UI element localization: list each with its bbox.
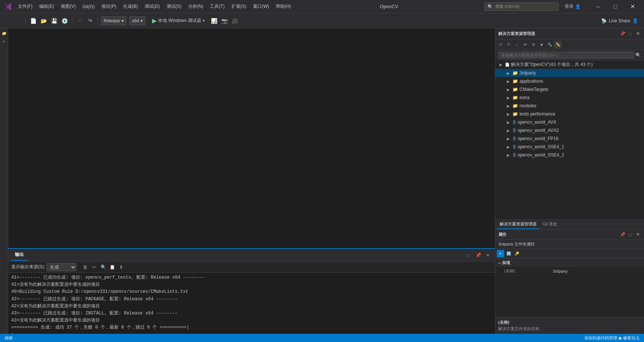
tree-item-fp16[interactable]: ▶ 🗄 opencv_world_FP16	[495, 134, 644, 143]
tree-item-cmaketargets[interactable]: ▶ 📁 CMakeTargets	[495, 85, 644, 94]
panel-float-button[interactable]: □	[464, 251, 473, 259]
se-tab-solution[interactable]: 解决方案资源管理器	[497, 220, 540, 229]
user-area[interactable]: 登录 👤	[562, 3, 584, 10]
extra-label: extra	[520, 95, 530, 100]
props-sort-button[interactable]: 🔠	[505, 250, 512, 257]
applications-label: applications	[520, 79, 543, 84]
minimize-button[interactable]: –	[590, 0, 607, 13]
se-switch-button[interactable]: ⇄	[521, 41, 529, 48]
props-category-button[interactable]: ≡	[497, 250, 504, 257]
folder-icon-tests: 📁	[512, 111, 518, 117]
restore-button[interactable]: □	[607, 0, 624, 13]
main-layout: 📁 ≡ 输出 □ 📌 ✕ 显示输出来源(S): 生成	[0, 28, 644, 334]
search-box[interactable]: 🔍 搜索 (Ctrl+Q)	[484, 2, 559, 11]
output-wrap-button[interactable]: ↩	[91, 263, 98, 271]
se-forward-button[interactable]: ↻	[505, 41, 512, 48]
menu-debug[interactable]: 调试(D)	[142, 2, 163, 11]
output-scroll-bottom-button[interactable]: ⬇	[117, 263, 125, 271]
se-float-button[interactable]: □	[627, 31, 634, 37]
screenshot-button[interactable]: 📷	[220, 16, 229, 25]
liveshare-person-icon: 👤	[632, 18, 638, 23]
tree-item-extra[interactable]: ▶ 📁 extra	[495, 94, 644, 102]
output-source-dropdown[interactable]: 生成	[47, 263, 76, 271]
menu-extensions[interactable]: 扩展(X)	[228, 2, 249, 11]
sidebar-icon-1[interactable]: 📁	[1, 30, 7, 37]
camera-button[interactable]: 🎥	[231, 16, 240, 25]
3rdparty-expand-icon: ▶	[506, 70, 511, 76]
proj-icon-avx2: 🗄	[512, 129, 516, 133]
liveshare-button[interactable]: 📡 Live Share 👤	[598, 17, 641, 25]
sidebar-icon-2[interactable]: ≡	[1, 38, 7, 45]
tree-item-modules[interactable]: ▶ 📁 modules	[495, 102, 644, 110]
back-button[interactable]: ←	[3, 16, 12, 25]
se-settings3-button[interactable]: 🔧	[546, 41, 553, 48]
output-copy-button[interactable]: 📋	[108, 263, 116, 271]
redo-button[interactable]: ↷	[86, 16, 95, 25]
props-section-misc[interactable]: − 杂项	[495, 259, 644, 267]
output-tab[interactable]: 输出	[11, 249, 28, 261]
tree-item-sse41[interactable]: ▶ 🗄 opencv_world_SSE4_1	[495, 143, 644, 151]
folder-icon-applications: 📁	[512, 79, 518, 84]
status-ready[interactable]: 就绪	[3, 334, 14, 342]
output-clear-button[interactable]: 🗑	[82, 263, 89, 271]
props-content: − 杂项 (名称) 3rdparty	[495, 259, 644, 317]
close-button[interactable]: ✕	[624, 0, 641, 13]
tree-item-avx[interactable]: ▶ 🗄 opencv_world_AVX	[495, 118, 644, 126]
menu-build[interactable]: 生成(B)	[120, 2, 141, 11]
menu-view[interactable]: 视图(V)	[58, 2, 79, 11]
panel-pin-button[interactable]: 📌	[474, 251, 482, 259]
open-button[interactable]: 📂	[39, 16, 48, 25]
window-title: OpenCV	[294, 4, 484, 9]
menu-tools[interactable]: 工具(T)	[207, 2, 227, 11]
props-pin-button[interactable]: 📌	[619, 231, 626, 238]
properties-panel: 属性 📌 □ ✕ 3rdparty 文件夹属性 ≡ 🔠 🔑 − 杂项	[495, 229, 644, 334]
menu-analyze[interactable]: 分析(N)	[185, 2, 206, 11]
menu-window[interactable]: 窗口(W)	[250, 2, 272, 11]
menu-help[interactable]: 帮助(H)	[273, 2, 294, 11]
panel-close-button[interactable]: ✕	[484, 251, 492, 259]
menu-project[interactable]: 项目(P)	[98, 2, 119, 11]
solution-root-item[interactable]: ▶ 📄 解决方案"OpenCV"(43 个项目，共 43 个)	[495, 60, 644, 69]
platform-dropdown[interactable]: x64 ▾	[129, 16, 145, 25]
se-back-button[interactable]: ↺	[497, 41, 504, 48]
performance-profiler-button[interactable]: 📊	[210, 16, 219, 25]
start-debug-button[interactable]: ▶ 本地 Windows 调试器 ▾	[150, 16, 206, 25]
se-tab-git[interactable]: Git 更改	[540, 220, 560, 229]
se-header: 解决方案资源管理器 📌 □ ✕	[495, 28, 644, 39]
props-close-button[interactable]: ✕	[634, 231, 641, 238]
forward-button[interactable]: →	[13, 16, 22, 25]
sse41-expand-icon: ▶	[506, 144, 511, 149]
menu-test[interactable]: 测试(S)	[164, 2, 184, 11]
output-content[interactable]: 41>-------- 已成功生成: 项目: opencv_perf_tests…	[8, 273, 495, 334]
se-pin-button[interactable]: 📌	[619, 31, 626, 37]
se-home-button[interactable]: ⌂	[513, 41, 521, 48]
props-key-button[interactable]: 🔑	[513, 250, 521, 257]
se-toolbar: ↺ ↻ ⌂ ⇄ ⚙ ■ 🔧 📏	[495, 39, 644, 50]
tree-item-applications[interactable]: ▶ 📁 applications	[495, 77, 644, 85]
se-search-input[interactable]	[498, 52, 634, 58]
props-float-button[interactable]: □	[627, 231, 634, 238]
tree-item-avx2[interactable]: ▶ 🗄 opencv_world_AVX2	[495, 126, 644, 134]
new-file-button[interactable]: 📄	[29, 16, 38, 25]
configuration-dropdown[interactable]: Release ▾	[101, 16, 126, 25]
window-controls: – □ ✕	[590, 0, 641, 13]
proj-icon-sse41: 🗄	[512, 145, 516, 149]
status-source-control[interactable]: 添加到源代码管理 ◉ 极客兒儿	[583, 334, 641, 342]
menu-git[interactable]: Git(G)	[79, 3, 98, 11]
menu-edit[interactable]: 编辑(E)	[36, 2, 57, 11]
se-settings2-button[interactable]: ■	[538, 41, 545, 48]
status-bar: 就绪 添加到源代码管理 ◉ 极客兒儿	[0, 334, 644, 342]
tree-item-tests-performance[interactable]: ▶ 📁 tests performance	[495, 110, 644, 118]
se-close-button[interactable]: ✕	[634, 31, 641, 37]
props-object-name: 3rdparty 文件夹属性	[495, 240, 644, 249]
output-find-button[interactable]: 🔍	[100, 263, 107, 271]
save-button[interactable]: 💾	[50, 16, 59, 25]
output-line-7: ========== 生成: 成功 37 个，失败 0 个，最新 0 个，跳过 …	[11, 324, 492, 331]
tree-item-3rdparty[interactable]: ▶ 📁 3rdparty	[495, 69, 644, 77]
save-all-button[interactable]: 💿	[60, 16, 69, 25]
menu-file[interactable]: 文件(F)	[15, 2, 35, 11]
tree-item-sse42[interactable]: ▶ 🗄 opencv_world_SSE4_2	[495, 151, 644, 159]
se-active-button[interactable]: 📏	[554, 41, 562, 48]
undo-button[interactable]: ↶	[75, 16, 84, 25]
se-settings1-button[interactable]: ⚙	[530, 41, 537, 48]
